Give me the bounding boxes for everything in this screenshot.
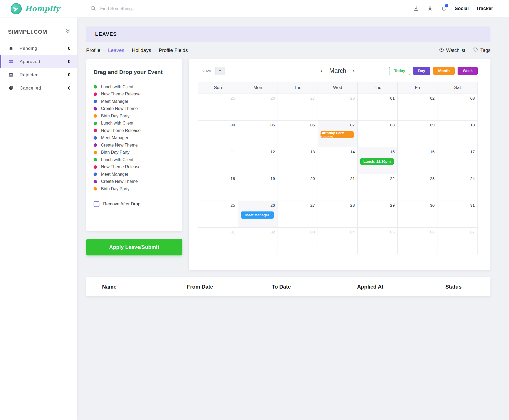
calendar-day-cell[interactable]: 25 — [198, 94, 238, 120]
calendar-day-cell[interactable]: 26Meet Manager — [238, 201, 278, 227]
calendar-day-cell[interactable]: 27 — [278, 201, 318, 227]
calendar-day-cell[interactable]: 02 — [398, 94, 438, 120]
next-month-button[interactable]: › — [353, 68, 355, 74]
calendar-day-cell[interactable]: 20 — [278, 174, 318, 201]
sidebar-item-pending[interactable]: Pending 0 — [0, 42, 77, 55]
remove-after-drop-checkbox[interactable] — [94, 201, 99, 207]
calendar-day-cell[interactable]: 19 — [238, 174, 278, 201]
year-select-value: 2020 — [198, 67, 215, 75]
calendar-day-cell[interactable]: 09 — [398, 121, 438, 147]
calendar-day-cell[interactable]: 28 — [318, 201, 358, 227]
event-color-dot — [94, 85, 97, 89]
draggable-event-meet-manager[interactable]: Meet Manager — [94, 98, 176, 105]
draggable-event-meet-manager[interactable]: Meet Manager — [94, 134, 176, 142]
view-button-month[interactable]: Month — [433, 67, 455, 75]
draggable-event-birth-day-party[interactable]: Birth Day Party — [94, 185, 176, 193]
calendar-day-cell[interactable]: 03 — [437, 94, 477, 120]
search-input[interactable] — [100, 6, 212, 11]
calendar-day-cell[interactable]: 11 — [198, 147, 238, 174]
calendar-date-number: 11 — [199, 149, 235, 154]
apply-leave-submit-button[interactable]: Apply Leave/Submit — [86, 239, 182, 255]
breadcrumb-item-leaves[interactable]: Leaves — [108, 47, 124, 53]
logo[interactable]: Hompify — [0, 3, 77, 14]
breadcrumb-item-profile-fields[interactable]: Profile Fields — [159, 47, 188, 53]
calendar-day-cell[interactable]: 26 — [238, 94, 278, 120]
calendar-day-cell[interactable]: 04 — [198, 121, 238, 147]
remove-after-drop-row[interactable]: Remove After Drop — [94, 201, 176, 207]
draggable-event-new-theme-release[interactable]: New Theme Release — [94, 91, 176, 98]
calendar-day-cell[interactable]: 25 — [198, 201, 238, 227]
bug-icon[interactable] — [427, 6, 433, 12]
calendar-date-number: 27 — [279, 203, 315, 208]
calendar-day-cell[interactable]: 02 — [238, 228, 278, 254]
sidebar-item-approved[interactable]: Approved 0 — [0, 55, 77, 68]
draggable-event-lunch-with-client[interactable]: Lunch with Client — [94, 120, 176, 127]
calendar-day-cell[interactable]: 24 — [437, 174, 477, 201]
draggable-event-new-theme-release[interactable]: New Theme Release — [94, 163, 176, 171]
calendar-day-cell[interactable]: 16 — [398, 147, 438, 174]
breadcrumb-item-profile[interactable]: Profile — [86, 47, 100, 53]
calendar-day-cell[interactable]: 29 — [358, 201, 398, 227]
calendar-day-cell[interactable]: 15Lunch: 12.30pm — [358, 147, 398, 174]
draggable-event-create-new-theme[interactable]: Create New Theme — [94, 105, 176, 113]
calendar-day-cell[interactable]: 28 — [318, 94, 358, 120]
calendar-day-cell[interactable]: 04 — [318, 228, 358, 254]
calendar-day-cell[interactable]: 13 — [278, 147, 318, 174]
calendar-event-pill[interactable]: Birthday Part: 5.30pm — [321, 131, 354, 138]
bell-icon[interactable] — [441, 6, 447, 12]
calendar-day-cell[interactable]: 12 — [238, 147, 278, 174]
weekday-mon: Mon — [238, 82, 278, 94]
calendar-date-number: 24 — [438, 176, 475, 181]
calendar-day-cell[interactable]: 23 — [398, 174, 438, 201]
calendar-day-cell[interactable]: 21 — [318, 174, 358, 201]
calendar-day-cell[interactable]: 18 — [198, 174, 238, 201]
calendar-day-cell[interactable]: 01 — [358, 94, 398, 120]
calendar-event-pill[interactable]: Lunch: 12.30pm — [360, 158, 394, 165]
calendar-event-pill[interactable]: Meet Manager — [241, 211, 274, 219]
double-chevron-down-icon[interactable] — [65, 29, 71, 35]
tags-button[interactable]: Tags — [473, 47, 490, 54]
sidebar-item-cancelled[interactable]: Cancelled 0 — [0, 82, 77, 95]
prev-month-button[interactable]: ‹ — [321, 68, 323, 74]
sidebar-item-rejected[interactable]: Rejected 0 — [0, 68, 77, 82]
view-button-today[interactable]: Today — [389, 67, 410, 75]
calendar-date-number: 09 — [399, 123, 435, 127]
calendar-day-cell[interactable]: 27 — [278, 94, 318, 120]
calendar-day-cell[interactable]: 30 — [398, 201, 438, 227]
calendar-day-cell[interactable]: 22 — [358, 174, 398, 201]
draggable-event-birth-day-party[interactable]: Birth Day Party — [94, 149, 176, 156]
download-icon[interactable] — [413, 6, 420, 12]
calendar-day-cell[interactable]: 07Birthday Part: 5.30pm — [318, 121, 358, 147]
draggable-event-lunch-with-client[interactable]: Lunch with Client — [94, 83, 176, 91]
draggable-event-lunch-with-client[interactable]: Lunch with Client — [94, 156, 176, 163]
calendar-day-cell[interactable]: 03 — [278, 228, 318, 254]
calendar-day-cell[interactable]: 07 — [437, 228, 477, 254]
calendar-day-cell[interactable]: 06 — [278, 121, 318, 147]
calendar-day-cell[interactable]: 06 — [398, 228, 438, 254]
nav-link-tracker[interactable]: Tracker — [476, 6, 493, 11]
draggable-event-create-new-theme[interactable]: Create New Theme — [94, 178, 176, 185]
nav-link-social[interactable]: Social — [455, 6, 469, 11]
draggable-event-birth-day-party[interactable]: Birth Day Party — [94, 112, 176, 120]
calendar-day-cell[interactable]: 08 — [358, 121, 398, 147]
breadcrumb-item-holidays[interactable]: Holidays — [132, 47, 151, 53]
draggable-event-new-theme-release[interactable]: New Theme Release — [94, 127, 176, 134]
event-color-dot — [94, 151, 97, 154]
calendar-day-cell[interactable]: 01 — [198, 228, 238, 254]
calendar-day-cell[interactable]: 17 — [437, 147, 477, 174]
sidebar-item-label: Cancelled — [20, 86, 68, 91]
draggable-event-create-new-theme[interactable]: Create New Theme — [94, 142, 176, 149]
calendar-day-cell[interactable]: 05 — [358, 228, 398, 254]
calendar-day-cell[interactable]: 10 — [437, 121, 477, 147]
draggable-event-meet-manager[interactable]: Meet Manager — [94, 171, 176, 178]
calendar-day-cell[interactable]: 14 — [318, 147, 358, 174]
calendar-date-number: 07 — [319, 123, 355, 127]
watchlist-button[interactable]: Watchlist — [439, 47, 465, 54]
calendar-panel: 2020 ‹ March › TodayDayMonthWeek SunMonT… — [189, 59, 490, 270]
view-button-week[interactable]: Week — [458, 67, 478, 75]
view-button-day[interactable]: Day — [413, 67, 430, 75]
calendar-day-cell[interactable]: 31 — [437, 201, 477, 227]
calendar-day-cell[interactable]: 05 — [238, 121, 278, 147]
year-select[interactable]: 2020 — [198, 67, 225, 75]
logo-text: Hompify — [25, 5, 60, 13]
